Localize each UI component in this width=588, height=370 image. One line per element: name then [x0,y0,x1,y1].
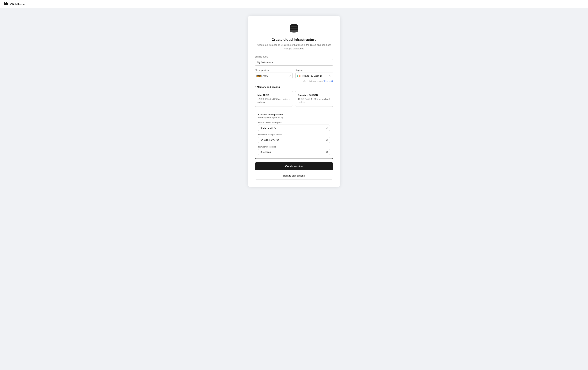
svg-rect-2 [6,2,7,5]
plan-card-standard[interactable]: Standard 3×16GB 16 GiB RAM, 4 vCPU per r… [295,91,333,107]
card-title: Create cloud infrastructure [255,38,333,42]
plan-mini-desc: 12 GiB RAM, 3 vCPU per replica 1 replica… [257,98,290,104]
svg-rect-1 [5,3,6,5]
chevron-down-icon: ▾ [255,86,256,88]
card-header: Create cloud infrastructure Create an in… [255,23,333,50]
service-name-input[interactable] [255,59,333,66]
plan-mini-title: Mini 12GB [257,94,290,96]
custom-config-section: Custom configuration Manually select you… [255,110,333,159]
replicas-select[interactable]: 3 replicas 1 replica 2 replicas 5 replic… [258,149,330,155]
plan-standard-title: Standard 3×16GB [298,94,331,96]
cloud-provider-group: Cloud provider aws AWS GCP Azure [255,69,293,82]
max-size-field: Maximum size per replica 64 GiB, 16 vCPU… [258,134,330,143]
main-content: Create cloud infrastructure Create an in… [0,8,588,369]
min-size-label: Minimum size per replica [258,122,330,124]
region-label: Region [295,69,333,72]
min-size-select[interactable]: 8 GiB, 2 vCPU 4 GiB, 1 vCPU 16 GiB, 4 vC… [258,124,330,131]
provider-region-row: Cloud provider aws AWS GCP Azure Region … [255,69,333,86]
replicas-field: Number of replicas 3 replicas 1 replica … [258,146,330,155]
region-group: Region 🇮🇪 Ireland (eu-west-1) US East (u… [295,69,333,82]
database-icon [288,23,300,35]
service-name-label: Service name [255,55,333,58]
cloud-provider-select[interactable]: AWS GCP Azure [255,72,293,79]
memory-section-toggle[interactable]: ▾ Memory and scaling [255,86,333,88]
request-region-link[interactable]: Request it [324,80,333,82]
svg-rect-0 [4,2,5,5]
cloud-provider-label: Cloud provider [255,69,293,72]
top-navigation: ClickHouse [0,0,588,8]
region-select[interactable]: Ireland (eu-west-1) US East (us-east-1) … [295,72,333,79]
memory-section-label: Memory and scaling [257,86,280,88]
max-size-select[interactable]: 64 GiB, 16 vCPU 32 GiB, 8 vCPU 128 GiB, … [258,137,330,143]
create-service-card: Create cloud infrastructure Create an in… [248,16,340,187]
max-size-label: Maximum size per replica [258,134,330,136]
svg-rect-3 [7,3,8,5]
plan-cards: Mini 12GB 12 GiB RAM, 3 vCPU per replica… [255,91,333,107]
plan-card-mini[interactable]: Mini 12GB 12 GiB RAM, 3 vCPU per replica… [255,91,293,107]
replicas-label: Number of replicas [258,146,330,148]
back-to-plan-button[interactable]: Back to plan options [255,172,333,179]
logo-icon [4,2,9,6]
custom-config-title: Custom configuration [258,113,330,116]
min-size-field: Minimum size per replica 8 GiB, 2 vCPU 4… [258,122,330,131]
card-subtitle: Create an instance of ClickHouse that li… [255,43,333,50]
service-name-group: Service name [255,55,333,66]
plan-standard-desc: 16 GiB RAM, 4 vCPU per replica 3 replica… [298,98,331,104]
region-hint: Can't find your region? Request it [295,80,333,82]
svg-point-10 [290,30,298,32]
custom-config-subtitle: Manually select your sizing [258,116,330,119]
logo-text: ClickHouse [10,3,25,6]
create-service-button[interactable]: Create service [255,162,333,170]
